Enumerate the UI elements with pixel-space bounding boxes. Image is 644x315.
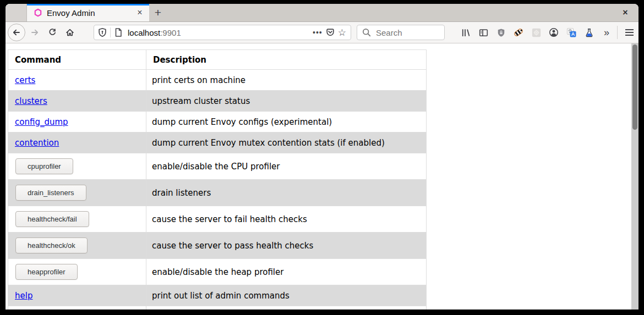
shield-lock-extension-icon — [496, 28, 506, 37]
table-row: drain_listenersdrain listeners — [8, 180, 427, 206]
description-cell: cause the server to pass health checks — [146, 233, 427, 259]
command-link[interactable]: clusters — [15, 96, 47, 106]
browser-window: Envoy Admin × + × — [6, 4, 638, 310]
library-button[interactable] — [461, 27, 471, 37]
account-icon — [549, 27, 559, 37]
table-row: clustersupstream cluster status — [8, 91, 427, 112]
command-button[interactable]: drain_listeners — [15, 185, 86, 201]
tab-close-icon[interactable]: × — [134, 7, 146, 19]
command-cell: cpuprofiler — [8, 153, 146, 180]
command-button[interactable]: cpuprofiler — [15, 158, 73, 174]
toolbar-separator — [617, 26, 618, 39]
description-column-header: Description — [146, 50, 427, 70]
description-cell: upstream cluster status — [146, 91, 427, 112]
library-icon — [461, 28, 471, 37]
active-tab-accent — [27, 4, 149, 5]
tab-bar: Envoy Admin × + × — [6, 4, 638, 22]
privacy-badger-extension-icon — [514, 27, 523, 37]
toolbar-extension-icons: A — [461, 27, 594, 37]
description-cell: cause the server to fail health checks — [146, 206, 427, 233]
translate-extension-button[interactable]: A — [566, 27, 576, 37]
search-magnifier-icon — [362, 27, 372, 37]
command-button[interactable]: healthcheck/fail — [15, 211, 89, 227]
flask-extension-icon — [585, 28, 594, 37]
back-icon — [12, 28, 21, 37]
tab-title: Envoy Admin — [47, 8, 95, 18]
reload-icon — [48, 28, 57, 37]
command-cell: certs — [8, 70, 146, 91]
titlebar-spacer — [6, 4, 27, 21]
reload-button[interactable] — [44, 24, 61, 41]
description-cell: dump current Envoy mutex contention stat… — [146, 132, 427, 153]
command-cell: drain_listeners — [8, 180, 146, 206]
home-button[interactable] — [62, 24, 78, 41]
search-bar[interactable] — [357, 25, 445, 40]
sidebar-icon — [479, 28, 488, 37]
forward-icon — [30, 28, 39, 37]
table-row: helpprint out list of admin commands — [8, 285, 427, 306]
new-tab-button[interactable]: + — [149, 4, 167, 21]
command-link[interactable]: config_dump — [15, 117, 68, 127]
tab-envoy-admin[interactable]: Envoy Admin × — [27, 4, 149, 21]
page-actions-icon[interactable]: ••• — [313, 28, 323, 37]
command-table-body: certsprint certs on machineclustersupstr… — [8, 70, 427, 310]
command-button[interactable]: healthcheck/ok — [15, 237, 88, 253]
table-row: contentiondump current Envoy mutex conte… — [8, 132, 427, 153]
command-link[interactable]: help — [15, 291, 32, 301]
command-cell: hot_restart_version — [8, 306, 146, 310]
command-link[interactable]: contention — [15, 138, 59, 148]
bookmark-star-icon[interactable]: ☆ — [338, 28, 346, 37]
description-cell: print out list of admin commands — [146, 285, 427, 306]
overflow-chevron-icon[interactable]: » — [602, 27, 612, 38]
table-row: heapprofilerenable/disable the heap prof… — [8, 259, 427, 285]
command-link[interactable]: certs — [15, 75, 35, 85]
description-cell: drain listeners — [146, 180, 427, 206]
command-cell: help — [8, 285, 146, 306]
translate-extension-icon: A — [567, 28, 576, 37]
command-button[interactable]: heapprofiler — [15, 264, 78, 280]
menu-hamburger-icon[interactable] — [623, 24, 635, 41]
table-row: cpuprofilerenable/disable the CPU profil… — [8, 153, 427, 180]
page-document-icon[interactable] — [113, 27, 123, 37]
disabled-extension-button[interactable] — [531, 27, 541, 37]
page-scrollbar[interactable] — [631, 43, 638, 310]
tracking-protection-shield-icon[interactable] — [97, 27, 107, 37]
description-cell: dump current Envoy configs (experimental… — [146, 112, 427, 132]
command-cell: config_dump — [8, 112, 146, 132]
forward-button[interactable] — [26, 24, 43, 41]
shield-lock-extension-button[interactable] — [496, 27, 506, 37]
pocket-save-icon[interactable] — [325, 27, 335, 37]
scrollbar-thumb[interactable] — [632, 45, 637, 130]
table-row: hot_restart_versionprint the hot restart… — [8, 306, 427, 310]
url-host: localhost — [128, 28, 160, 37]
description-cell: print certs on machine — [146, 70, 427, 91]
window-close-icon[interactable]: × — [618, 4, 633, 21]
command-cell: healthcheck/ok — [8, 233, 146, 259]
search-input[interactable] — [375, 27, 438, 38]
privacy-badger-extension-button[interactable] — [514, 27, 523, 37]
back-button[interactable] — [8, 24, 25, 41]
table-row: config_dumpdump current Envoy configs (e… — [8, 112, 427, 132]
command-cell: healthcheck/fail — [8, 206, 146, 233]
table-row: healthcheck/okcause the server to pass h… — [8, 233, 427, 259]
page-content: Command Description certsprint certs on … — [6, 43, 638, 310]
disabled-extension-icon — [532, 28, 541, 37]
flask-extension-button[interactable] — [584, 27, 594, 37]
sidebar-button[interactable] — [478, 27, 488, 37]
account-button[interactable] — [549, 27, 559, 37]
description-cell: enable/disable the heap profiler — [146, 259, 427, 285]
svg-text:A: A — [571, 31, 575, 37]
description-cell: enable/disable the CPU profiler — [146, 153, 427, 180]
urlbar-divider — [110, 27, 111, 37]
command-cell: contention — [8, 132, 146, 153]
table-header-row: Command Description — [8, 50, 427, 70]
table-row: certsprint certs on machine — [8, 70, 427, 91]
command-cell: heapprofiler — [8, 259, 146, 285]
command-table: Command Description certsprint certs on … — [8, 49, 427, 310]
url-bar[interactable]: localhost:9901 ••• ☆ — [94, 25, 351, 40]
envoy-favicon-icon — [34, 8, 42, 17]
command-column-header: Command — [8, 50, 146, 70]
navigation-toolbar: localhost:9901 ••• ☆ — [6, 22, 638, 43]
url-text[interactable]: localhost:9901 — [128, 28, 310, 37]
url-port: :9901 — [160, 28, 181, 37]
